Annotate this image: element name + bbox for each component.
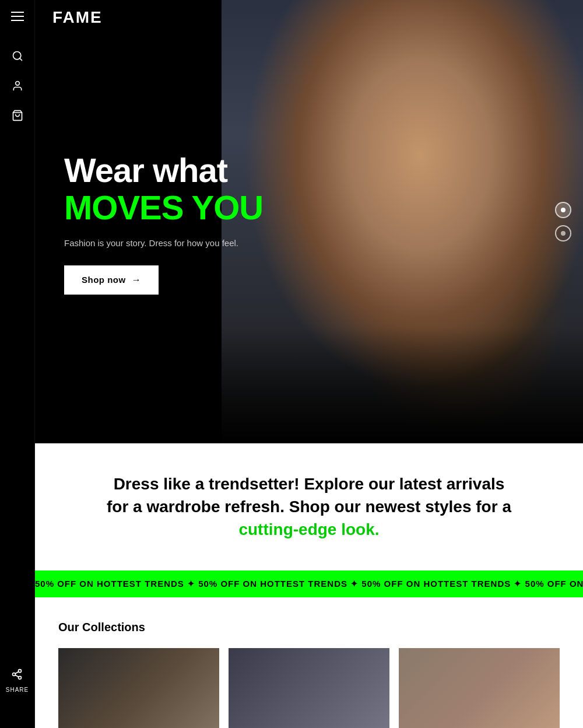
hero-content: Wear what MOVES YOU Fashion is your stor… (64, 152, 263, 295)
share-label: SHARE (6, 687, 29, 693)
collections-title: Our Collections (58, 621, 560, 634)
brand-logo: FAME (52, 8, 103, 27)
svg-line-1 (19, 58, 22, 61)
collections-section: Our Collections (35, 597, 583, 728)
collection-card-3[interactable] (399, 648, 560, 728)
user-icon[interactable] (12, 80, 23, 93)
bag-icon[interactable] (12, 110, 23, 123)
share-button[interactable]: SHARE (6, 668, 29, 693)
shop-now-label: Shop now (82, 275, 126, 285)
promo-line-1: Dress like a trendsetter! Explore our la… (58, 473, 560, 495)
hero-section: Wear what MOVES YOU Fashion is your stor… (35, 0, 583, 443)
menu-button[interactable] (11, 12, 24, 21)
hero-title-green: MOVES YOU (64, 189, 263, 226)
hero-subtitle: Fashion is your story. Dress for how you… (64, 238, 263, 248)
collection-card-1[interactable] (58, 648, 219, 728)
svg-line-7 (16, 675, 19, 677)
search-icon[interactable] (12, 50, 23, 64)
shop-now-button[interactable]: Shop now → (64, 265, 159, 295)
collection-card-2[interactable] (229, 648, 389, 728)
collections-grid (58, 648, 560, 728)
ticker-text: 50% OFF ON HOTTEST TRENDS ✦ 50% OFF ON H… (35, 579, 583, 589)
promo-line-3: cutting-edge look. (58, 518, 560, 541)
svg-point-2 (15, 82, 19, 86)
svg-line-8 (16, 671, 19, 673)
hero-image (222, 0, 583, 443)
slider-dot-1[interactable] (555, 202, 571, 218)
ticker-banner: 50% OFF ON HOTTEST TRENDS ✦ 50% OFF ON H… (35, 570, 583, 597)
slider-dot-2[interactable] (555, 225, 571, 242)
header: FAME (35, 0, 583, 35)
hero-title-white: Wear what (64, 152, 263, 189)
promo-section: Dress like a trendsetter! Explore our la… (35, 443, 583, 570)
sidebar: SHARE (0, 0, 35, 728)
promo-line-2: for a wardrobe refresh. Shop our newest … (58, 495, 560, 518)
slider-dots (555, 202, 571, 242)
arrow-icon: → (132, 275, 142, 285)
main-content: FAME Wear what MOVES YOU Fashion is your… (35, 0, 583, 728)
